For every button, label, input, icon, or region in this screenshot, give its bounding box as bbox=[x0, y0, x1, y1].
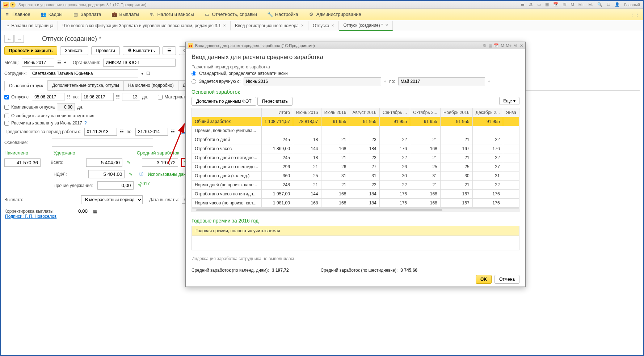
cell[interactable]: 91 955 bbox=[349, 117, 379, 126]
calc-salary-checkbox[interactable] bbox=[4, 121, 9, 126]
cell[interactable]: 25 bbox=[293, 171, 321, 181]
cell[interactable]: 91 955 bbox=[440, 117, 472, 126]
m-icon[interactable]: M bbox=[501, 43, 504, 48]
other-withhold-input[interactable] bbox=[97, 181, 134, 190]
table-row[interactable]: Общий заработок1 108 714,5778 818,5791 9… bbox=[192, 117, 519, 126]
vacation-checkbox[interactable] bbox=[4, 95, 9, 99]
user-label[interactable]: Главный bbox=[623, 2, 641, 8]
calendar-icon[interactable]: ☷ bbox=[116, 94, 120, 99]
cell[interactable]: 23 bbox=[349, 181, 379, 190]
user-icon[interactable]: 👤 bbox=[614, 1, 621, 8]
help-icon[interactable]: ? bbox=[84, 120, 87, 126]
cell[interactable]: 167 bbox=[440, 190, 472, 199]
nav-reports[interactable]: ▭Отчетность, справки bbox=[204, 12, 257, 17]
cell[interactable]: 22 bbox=[379, 153, 410, 162]
cell[interactable]: 22 bbox=[379, 181, 410, 190]
cell[interactable] bbox=[503, 135, 519, 144]
cell[interactable]: 31 bbox=[321, 171, 349, 181]
close-icon[interactable]: ✕ bbox=[301, 24, 304, 27]
year-bonus-row[interactable]: Годовая премия, полностью учитываемая bbox=[191, 226, 519, 236]
cell[interactable]: 1 869,00 bbox=[261, 144, 293, 153]
cell[interactable] bbox=[503, 162, 519, 171]
table-row[interactable]: Отработано дней24518212322212122 bbox=[192, 135, 519, 144]
cell[interactable]: 91 955 bbox=[410, 117, 441, 126]
month-calendar-icon[interactable]: ☷ bbox=[57, 60, 61, 65]
cell[interactable]: 184 bbox=[349, 199, 379, 208]
cell[interactable]: 1 957,00 bbox=[261, 190, 293, 199]
post-and-close-button[interactable]: Провести и закрыть bbox=[4, 46, 57, 55]
cell[interactable]: 91 955 bbox=[321, 117, 349, 126]
cell[interactable] bbox=[503, 126, 519, 135]
correction-input[interactable] bbox=[65, 207, 90, 215]
cell[interactable]: 168 bbox=[321, 190, 349, 199]
free-rate-checkbox[interactable] bbox=[4, 114, 9, 118]
cell[interactable]: 144 bbox=[293, 190, 321, 199]
table-header[interactable]: Июль 2016 bbox=[321, 108, 349, 117]
cell[interactable]: 21 bbox=[293, 162, 321, 171]
material-checkbox[interactable] bbox=[158, 95, 163, 99]
cell[interactable]: 22 bbox=[379, 135, 410, 144]
cell[interactable]: 22 bbox=[472, 153, 503, 162]
table-header[interactable]: Янва bbox=[503, 108, 519, 117]
cell[interactable]: 27 bbox=[349, 162, 379, 171]
cell[interactable]: 25 bbox=[410, 162, 441, 171]
close-icon[interactable]: ✕ bbox=[385, 23, 388, 27]
cell[interactable]: 25 bbox=[440, 162, 472, 171]
tab-home[interactable]: ⌂Начальная страница bbox=[2, 21, 58, 30]
cell[interactable]: 1 981,00 bbox=[261, 199, 293, 208]
org-input[interactable] bbox=[103, 59, 176, 67]
nav-payments[interactable]: 💼Выплаты bbox=[111, 12, 139, 17]
cell[interactable]: 18 bbox=[293, 153, 321, 162]
cell[interactable] bbox=[293, 126, 321, 135]
cell[interactable]: 176 bbox=[379, 190, 410, 199]
calendar-icon[interactable]: ☷ bbox=[67, 94, 71, 99]
nav-taxes[interactable]: %Налоги и взносы bbox=[149, 12, 194, 17]
payout-select[interactable]: В межрасчетный период bbox=[81, 195, 143, 204]
signatures-link[interactable]: Подписи: Г. П. Новоселов bbox=[5, 214, 56, 219]
cell[interactable]: 22 bbox=[472, 181, 503, 190]
save-button[interactable]: Записать bbox=[60, 46, 88, 55]
back-button[interactable]: ← bbox=[4, 35, 14, 43]
mminus-icon[interactable]: M- bbox=[587, 2, 594, 8]
table-row[interactable]: Отработано дней по шестидн...29621262726… bbox=[192, 162, 519, 171]
fill-from-fot-button[interactable]: Дополнить по данным ФОТ bbox=[191, 97, 256, 106]
cell[interactable]: 167 bbox=[440, 199, 472, 208]
cell[interactable]: 23 bbox=[349, 153, 379, 162]
total-input[interactable] bbox=[86, 158, 122, 167]
table-row[interactable]: Отработано дней по пятидне...24518212322… bbox=[192, 153, 519, 162]
close-icon[interactable]: ✕ bbox=[223, 24, 226, 27]
cell[interactable]: 31 bbox=[410, 171, 441, 181]
compensation-checkbox[interactable] bbox=[4, 105, 9, 110]
mplus-icon[interactable]: M+ bbox=[506, 43, 512, 48]
calendar-icon[interactable]: 📅 bbox=[494, 43, 499, 48]
period-from-input[interactable] bbox=[84, 128, 117, 136]
days-input[interactable] bbox=[122, 93, 140, 101]
cell[interactable]: 21 bbox=[321, 153, 349, 162]
close-icon[interactable]: ✕ bbox=[520, 43, 523, 48]
cell[interactable]: 168 bbox=[321, 199, 349, 208]
nav-grip-icon[interactable]: ⋮⋮ bbox=[630, 12, 640, 17]
cell[interactable]: 30 bbox=[440, 171, 472, 181]
close-icon[interactable]: ✕ bbox=[331, 24, 334, 27]
table-row[interactable]: Норма дней (по произв. кале...2482121232… bbox=[192, 181, 519, 190]
tab-whatsnew[interactable]: Что нового в конфигурации Зарплата и упр… bbox=[58, 21, 231, 30]
cell[interactable]: 21 bbox=[321, 181, 349, 190]
cell[interactable]: 296 bbox=[261, 162, 293, 171]
subtab-extra[interactable]: Дополнительные отпуска, отгулы bbox=[47, 80, 124, 90]
cell[interactable] bbox=[503, 171, 519, 181]
print-icon[interactable]: 🖶 bbox=[483, 43, 487, 48]
cell[interactable]: 22 bbox=[472, 135, 503, 144]
cell[interactable] bbox=[410, 126, 441, 135]
cell[interactable]: 167 bbox=[440, 144, 472, 153]
cancel-button[interactable]: Отмена bbox=[494, 275, 519, 284]
cell[interactable]: 1 108 714,57 bbox=[261, 117, 293, 126]
cell[interactable] bbox=[503, 181, 519, 190]
month-stepper-icon[interactable]: ÷ bbox=[64, 60, 67, 65]
table-header[interactable]: Декабрь 2... bbox=[472, 108, 503, 117]
period-to-input[interactable] bbox=[135, 128, 168, 136]
employee-input[interactable] bbox=[30, 69, 138, 77]
cell[interactable]: 23 bbox=[349, 135, 379, 144]
cell[interactable] bbox=[503, 153, 519, 162]
cell[interactable]: 168 bbox=[293, 199, 321, 208]
nav-main[interactable]: ≡Главное bbox=[4, 12, 30, 17]
